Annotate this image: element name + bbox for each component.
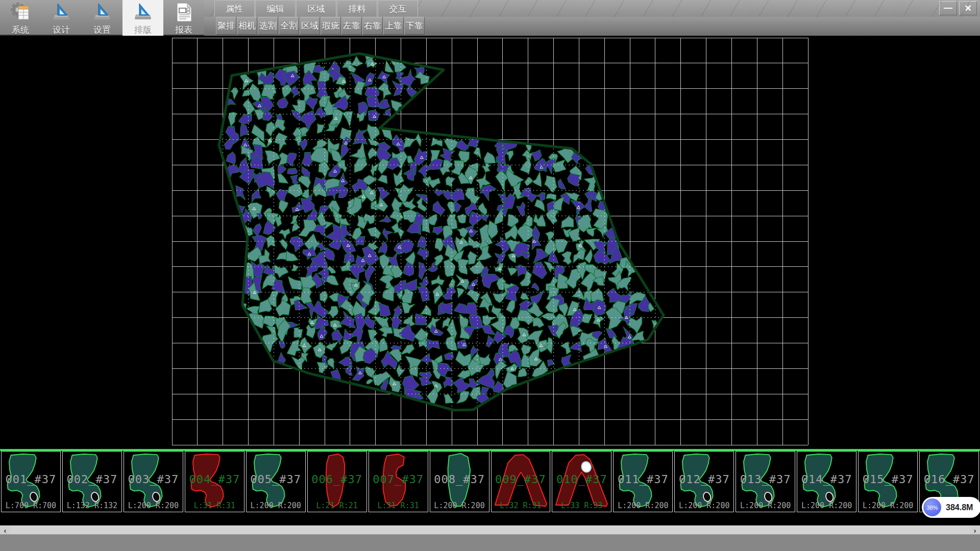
piece-lr-count: L:132 R:132 bbox=[63, 501, 121, 510]
piece-lr-count: L:31 R:31 bbox=[369, 501, 428, 510]
tab-edit[interactable]: 编辑 bbox=[255, 0, 296, 17]
piece-label: 006_#37 bbox=[308, 473, 366, 486]
tab-interact[interactable]: 交互 bbox=[378, 0, 418, 17]
piece-tile-012_#37[interactable]: 012_#37 L:200 R:200 bbox=[674, 451, 734, 512]
piece-label: 001_#37 bbox=[2, 473, 60, 486]
action-button-row: 聚排相机选割全割区域瑕疵左靠右靠上靠下靠 bbox=[204, 17, 980, 36]
piece-label: 016_#37 bbox=[920, 473, 978, 486]
piece-label: 010_#37 bbox=[552, 473, 611, 486]
action-button-snap-bottom[interactable]: 下靠 bbox=[404, 17, 425, 35]
piece-label: 004_#37 bbox=[185, 473, 244, 486]
menu-tabs: 属性编辑区域排料交互 bbox=[214, 0, 419, 17]
toolbar: 系统 设计 设置 排版 报表 属性编辑区域排料交互 — ✕ 聚排相机选割全割区域… bbox=[0, 0, 980, 36]
tab-properties[interactable]: 属性 bbox=[214, 0, 255, 17]
close-button[interactable]: ✕ bbox=[959, 1, 977, 15]
piece-lr-count: L:32 R:31 bbox=[492, 501, 550, 510]
tab-nesting[interactable]: 排料 bbox=[337, 0, 377, 17]
gear-table-icon bbox=[10, 2, 31, 25]
piece-lr-count: L:200 R:200 bbox=[247, 501, 305, 510]
application-window: 系统 设计 设置 排版 报表 属性编辑区域排料交互 — ✕ 聚排相机选割全割区域… bbox=[0, 0, 980, 551]
window-controls: — ✕ bbox=[939, 1, 977, 15]
mode-button-settings[interactable]: 设置 bbox=[82, 0, 122, 36]
piece-label: 008_#37 bbox=[430, 473, 489, 486]
piece-tile-007_#37[interactable]: 007_#37 L:31 R:31 bbox=[369, 451, 428, 512]
mode-button-label: 设计 bbox=[53, 26, 70, 35]
piece-tile-015_#37[interactable]: 015_#37 L:200 R:200 bbox=[858, 451, 918, 512]
action-button-region[interactable]: 区域 bbox=[300, 17, 320, 35]
action-button-cluster-nest[interactable]: 聚排 bbox=[216, 17, 236, 35]
action-button-snap-right[interactable]: 右靠 bbox=[362, 17, 383, 35]
piece-lr-count: L:33 R:33 bbox=[552, 501, 611, 510]
main-mode-buttons: 系统 设计 设置 排版 报表 bbox=[0, 0, 204, 36]
piece-label: 013_#37 bbox=[736, 473, 795, 486]
mode-button-report[interactable]: 报表 bbox=[163, 0, 204, 36]
mode-button-label: 报表 bbox=[175, 26, 192, 35]
piece-lr-count: L:200 R:200 bbox=[859, 501, 917, 510]
piece-label: 015_#37 bbox=[859, 473, 917, 486]
piece-tile-011_#37[interactable]: 011_#37 L:200 R:200 bbox=[613, 451, 673, 512]
piece-tile-005_#37[interactable]: 005_#37 L:200 R:200 bbox=[246, 451, 306, 512]
memory-percent-badge: 38% bbox=[923, 498, 941, 516]
action-button-camera[interactable]: 相机 bbox=[237, 17, 257, 35]
piece-tile-004_#37[interactable]: 004_#37 L:31 R:31 bbox=[185, 451, 244, 512]
piece-lr-count: L:31 R:31 bbox=[185, 501, 244, 510]
piece-lr-count: L:21 R:21 bbox=[308, 501, 366, 510]
piece-lr-count: L:200 R:200 bbox=[675, 501, 733, 510]
action-button-select-cut[interactable]: 选割 bbox=[258, 17, 278, 35]
ruler-icon bbox=[132, 2, 154, 25]
piece-label: 009_#37 bbox=[492, 473, 550, 486]
nesting-drawing bbox=[0, 36, 980, 449]
piece-lr-count: L:200 R:200 bbox=[736, 501, 795, 510]
tab-region[interactable]: 区域 bbox=[296, 0, 336, 17]
mode-button-label: 系统 bbox=[12, 26, 29, 35]
mode-button-design[interactable]: 设计 bbox=[41, 0, 82, 36]
piece-tile-006_#37[interactable]: 006_#37 L:21 R:21 bbox=[307, 451, 367, 512]
action-button-snap-top[interactable]: 上靠 bbox=[383, 17, 404, 35]
piece-label: 014_#37 bbox=[797, 473, 856, 486]
piece-label: 012_#37 bbox=[675, 473, 733, 486]
mode-button-label: 排版 bbox=[134, 26, 152, 35]
piece-tile-010_#37[interactable]: 010_#37 L:33 R:33 bbox=[552, 451, 611, 512]
memory-value: 384.8M bbox=[946, 503, 973, 512]
piece-label: 003_#37 bbox=[124, 473, 183, 486]
piece-lr-count: L:200 R:200 bbox=[124, 501, 183, 510]
piece-tile-009_#37[interactable]: 009_#37 L:32 R:31 bbox=[491, 451, 551, 512]
titlebar: 属性编辑区域排料交互 — ✕ bbox=[204, 0, 980, 17]
piece-tile-001_#37[interactable]: 001_#37 L:700 R:700 bbox=[1, 451, 61, 512]
ruler-icon bbox=[51, 2, 72, 25]
action-button-defect[interactable]: 瑕疵 bbox=[321, 17, 341, 35]
action-button-snap-left[interactable]: 左靠 bbox=[341, 17, 362, 35]
piece-label: 007_#37 bbox=[369, 473, 428, 486]
piece-tile-014_#37[interactable]: 014_#37 L:200 R:200 bbox=[797, 451, 856, 512]
horizontal-scrollbar[interactable]: ‹ › bbox=[0, 525, 980, 534]
piece-lr-count: L:200 R:200 bbox=[614, 501, 672, 510]
mode-button-label: 设置 bbox=[93, 26, 111, 35]
piece-lr-count: L:200 R:200 bbox=[797, 501, 856, 510]
piece-tile-003_#37[interactable]: 003_#37 L:200 R:200 bbox=[124, 451, 183, 512]
piece-label: 005_#37 bbox=[247, 473, 305, 486]
piece-label: 002_#37 bbox=[63, 473, 121, 486]
piece-label: 011_#37 bbox=[614, 473, 672, 486]
piece-tile-008_#37[interactable]: 008_#37 L:200 R:200 bbox=[430, 451, 489, 512]
piece-thumbnail-strip: 001_#37 L:700 R:700 002_#37 L:132 R:132 … bbox=[0, 451, 980, 512]
scroll-left-icon[interactable]: ‹ bbox=[0, 526, 10, 535]
piece-lr-count: L:200 R:200 bbox=[430, 501, 489, 510]
ruler-icon bbox=[91, 2, 113, 25]
piece-tile-013_#37[interactable]: 013_#37 L:200 R:200 bbox=[736, 451, 795, 512]
action-button-cut-all[interactable]: 全割 bbox=[279, 17, 299, 35]
memory-indicator[interactable]: 38% 384.8M bbox=[922, 497, 980, 518]
piece-lr-count: L:700 R:700 bbox=[2, 501, 60, 510]
status-bar bbox=[0, 534, 980, 551]
minimize-button[interactable]: — bbox=[939, 1, 957, 15]
report-doc-icon bbox=[173, 2, 194, 25]
mode-button-system[interactable]: 系统 bbox=[0, 0, 41, 36]
scroll-right-icon[interactable]: › bbox=[970, 526, 980, 535]
piece-tile-002_#37[interactable]: 002_#37 L:132 R:132 bbox=[62, 451, 122, 512]
mode-button-layout[interactable]: 排版 bbox=[122, 0, 163, 36]
nesting-canvas[interactable] bbox=[0, 36, 980, 449]
